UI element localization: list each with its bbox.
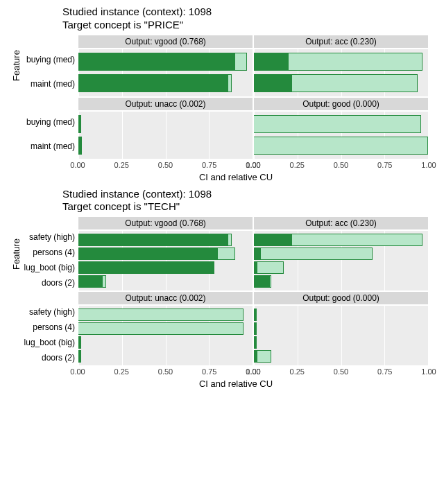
x-axis-label: CI and relative CU xyxy=(43,172,429,182)
facet-panel-acc xyxy=(253,49,429,97)
facet-panel-vgood xyxy=(78,49,253,97)
facet-strip: Output: unacc (0.002) xyxy=(78,97,253,111)
facet-panel-vgood xyxy=(78,230,253,291)
y-tick-labels: buying (med) maint (med) xyxy=(24,97,78,159)
facet-panel-acc xyxy=(253,230,429,291)
y-tick-labels: safety (high) persons (4) lug_boot (big)… xyxy=(24,291,78,366)
y-axis-label: Feature xyxy=(11,238,22,270)
facet-strip: Output: acc (0.230) xyxy=(253,35,429,49)
facet-strip: Output: unacc (0.002) xyxy=(78,291,253,305)
facet-panel-good xyxy=(253,111,429,159)
y-axis-label: Feature xyxy=(11,50,22,81)
y-tick-labels: safety (high) persons (4) lug_boot (big)… xyxy=(24,216,78,291)
x-axis-ticks: 0.00 0.25 0.50 0.75 1.00 0.00 0.25 0.50 … xyxy=(8,161,429,171)
facet-strip: Output: good (0.000) xyxy=(253,291,429,305)
facet-strip: Output: vgood (0.768) xyxy=(78,35,253,49)
facet-strip: Output: acc (0.230) xyxy=(253,216,429,230)
chart-title-tech: Studied instance (context): 1098 Target … xyxy=(62,188,429,214)
chart-tech: Studied instance (context): 1098 Target … xyxy=(8,188,429,390)
chart-title-price: Studied instance (context): 1098 Target … xyxy=(62,6,429,32)
facet-strip: Output: vgood (0.768) xyxy=(78,216,253,230)
x-axis-ticks: 0.00 0.25 0.50 0.75 1.00 0.00 0.25 0.50 … xyxy=(8,367,429,377)
x-axis-label: CI and relative CU xyxy=(43,379,429,389)
facet-panel-unacc xyxy=(78,305,253,366)
facet-strip: Output: good (0.000) xyxy=(253,97,429,111)
chart-price: Studied instance (context): 1098 Target … xyxy=(8,6,429,182)
facet-panel-good xyxy=(253,305,429,366)
y-tick-labels: buying (med) maint (med) xyxy=(24,35,78,97)
facet-panel-unacc xyxy=(78,111,253,159)
